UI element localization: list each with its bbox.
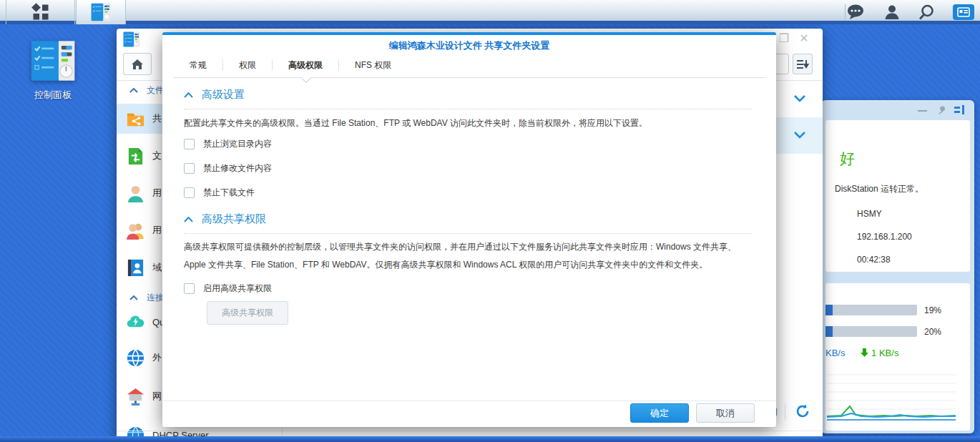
sidebar-item-label: 用 <box>152 224 162 237</box>
control-panel-icon <box>91 3 111 21</box>
screen-bottom-edge <box>0 436 980 442</box>
pin-icon[interactable] <box>936 105 947 116</box>
system-health-widget-panel: 好 DiskStation 运转正常。 HSMY 192.168.1.200 0… <box>821 100 974 433</box>
resource-monitor-card: 19% 20% KB/s 1 KB/s <box>825 283 970 431</box>
domain-ldap-icon <box>126 258 145 278</box>
main-menu-button[interactable] <box>6 0 75 24</box>
desktop: 好 DiskStation 运转正常。 HSMY 192.168.1.200 0… <box>0 0 980 442</box>
sidebar-section-connectivity[interactable]: 连接 <box>129 290 164 305</box>
tab-general[interactable]: 常规 <box>174 52 222 77</box>
tab-permissions[interactable]: 权限 <box>223 52 272 77</box>
health-status-text: 好 <box>840 149 855 169</box>
statusbar-bottom-line <box>117 431 823 431</box>
sidebar-item-label: 外 <box>152 351 162 364</box>
sort-icon <box>797 59 809 70</box>
network-speed-row: KB/s 1 KB/s <box>825 348 898 358</box>
checkbox-label: 禁止浏览目录内容 <box>203 138 272 150</box>
widget-panel-toggle-icon[interactable] <box>954 105 966 115</box>
checkbox-disable-modify[interactable] <box>184 163 195 174</box>
download-speed: 1 KB/s <box>871 348 898 358</box>
download-arrow-icon <box>861 348 868 357</box>
control-panel-icon <box>30 40 76 82</box>
dialog-tabs: 常规 权限 高级权限 NFS 权限 <box>174 52 765 78</box>
user-icon[interactable] <box>884 4 900 20</box>
maximize-icon[interactable]: ❐ <box>777 31 791 45</box>
health-message: DiskStation 运转正常。 <box>835 183 923 195</box>
taskbar-right-icons <box>847 0 974 24</box>
section-advanced-settings[interactable]: 高级设置 <box>184 88 752 109</box>
section-label: 文件 <box>147 84 164 97</box>
chevron-up-icon <box>129 295 138 300</box>
section-description: 高级共享权限可提供额外的控制层级，以管理共享文件夹的访问权限，并在用户通过以下文… <box>184 238 749 274</box>
shared-folder-settings-dialog: 编辑鸿森木业设计文件 共享文件夹设置 常规 权限 高级权限 NFS 权限 高级设… <box>162 32 776 427</box>
widgets-panel-icon[interactable] <box>953 4 974 20</box>
checkbox-disable-download[interactable] <box>184 187 195 198</box>
ip-address-value: 192.168.1.200 <box>857 232 912 242</box>
tab-nfs-permissions[interactable]: NFS 权限 <box>339 52 407 77</box>
uptime-value: 00:42:38 <box>857 255 891 265</box>
ok-button[interactable]: 确定 <box>630 403 689 423</box>
system-health-card: 好 DiskStation 运转正常。 HSMY 192.168.1.200 0… <box>825 120 970 272</box>
sidebar-item-label: 共 <box>152 112 162 125</box>
close-icon[interactable]: ✕ <box>797 31 811 45</box>
chevron-down-icon[interactable] <box>794 95 805 102</box>
taskbar-separator <box>845 4 846 20</box>
main-menu-icon <box>31 3 50 21</box>
checkbox-row-enable-advanced: 启用高级共享权限 <box>184 283 272 295</box>
section-label: 连接 <box>147 292 164 304</box>
taskbar-control-panel-button[interactable] <box>76 0 126 24</box>
section-description: 配置此共享文件夹的高级权限。当通过 File Station、FTP 或 Web… <box>184 114 749 132</box>
ram-usage-bar <box>825 326 917 337</box>
sidebar-item-label: 用 <box>152 187 162 200</box>
checkbox-row-disable-browse: 禁止浏览目录内容 <box>184 138 272 150</box>
widget-minimize-icon[interactable] <box>918 110 927 112</box>
dialog-title: 编辑鸿森木业设计文件 共享文件夹设置 <box>162 39 776 52</box>
cpu-usage-percent: 19% <box>924 305 941 315</box>
home-button[interactable] <box>123 53 152 75</box>
upload-speed: KB/s <box>825 348 845 358</box>
user-icon <box>126 184 145 203</box>
advanced-share-permissions-button[interactable]: 高级共享权限 <box>207 301 288 325</box>
home-icon <box>131 59 144 70</box>
quickconnect-icon <box>126 313 145 332</box>
checkbox-row-disable-download: 禁止下载文件 <box>184 187 255 199</box>
widget-panel-header <box>821 100 974 120</box>
section-heading: 高级共享权限 <box>202 212 266 226</box>
sort-button[interactable] <box>793 54 813 74</box>
sidebar-item-label: 文 <box>152 149 162 162</box>
checkbox-enable-advanced-permissions[interactable] <box>184 283 195 294</box>
dialog-footer-divider <box>162 401 776 401</box>
group-icon <box>126 221 145 240</box>
chevron-up-icon <box>184 92 193 98</box>
checkbox-disable-browse[interactable] <box>184 139 195 149</box>
sidebar-section-file-sharing[interactable]: 文件 <box>129 83 164 97</box>
ram-usage-percent: 20% <box>924 327 941 337</box>
checkbox-label: 禁止修改文件内容 <box>203 162 272 175</box>
desktop-shortcut-control-panel[interactable]: 控制面板 <box>20 40 86 102</box>
taskbar <box>0 0 980 24</box>
section-heading: 高级设置 <box>202 88 245 102</box>
checkbox-row-disable-modify: 禁止修改文件内容 <box>184 162 272 175</box>
sidebar-item-label: 域 <box>152 261 162 274</box>
dialog-accent-bar <box>162 32 776 35</box>
chevron-up-icon <box>184 217 193 222</box>
chat-icon[interactable] <box>847 4 866 20</box>
chevron-down-icon[interactable] <box>794 132 805 139</box>
file-services-icon <box>126 147 145 166</box>
chevron-up-icon <box>129 88 138 93</box>
cancel-button[interactable]: 取消 <box>696 403 755 423</box>
server-name-value: HSMY <box>857 209 882 219</box>
external-access-icon <box>126 348 145 368</box>
checkbox-label: 禁止下载文件 <box>203 187 255 199</box>
checkbox-label: 启用高级共享权限 <box>203 283 272 295</box>
control-panel-icon <box>123 31 140 47</box>
section-advanced-share-permissions[interactable]: 高级共享权限 <box>184 212 752 234</box>
network-sparkline-chart <box>827 366 956 421</box>
search-icon[interactable] <box>918 4 934 20</box>
cpu-usage-bar <box>825 305 917 315</box>
shared-folder-icon <box>126 109 145 129</box>
statusbar-divider <box>785 403 785 421</box>
desktop-icon-label: 控制面板 <box>20 89 86 102</box>
refresh-icon[interactable] <box>795 403 810 419</box>
